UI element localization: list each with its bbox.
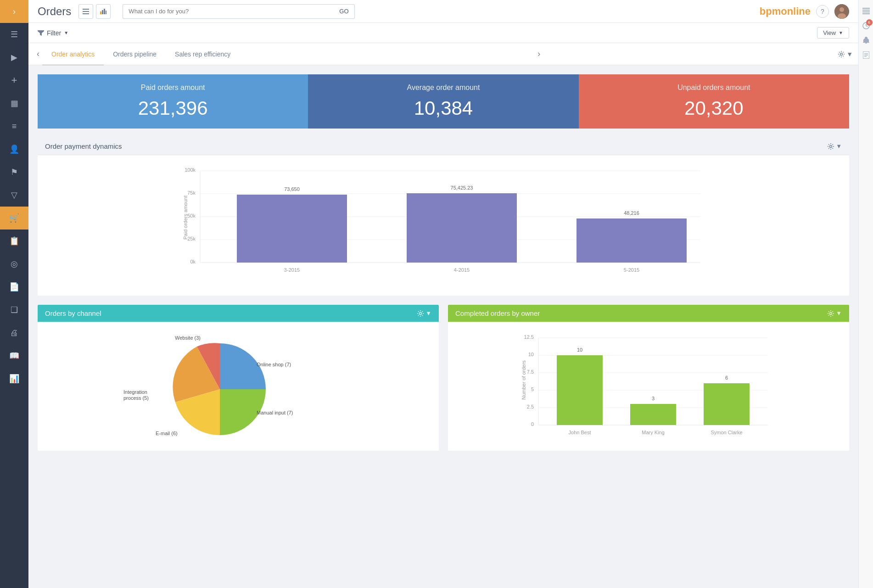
sidebar-flag-icon[interactable]: ⚑ [0,161,28,184]
svg-point-30 [420,312,422,314]
svg-text:Number of orders: Number of orders [521,360,526,400]
notification-badge: 6 [866,19,873,26]
svg-text:5-2015: 5-2015 [624,267,639,273]
svg-text:Mary King: Mary King [642,430,665,435]
tab-settings[interactable]: ▼ [838,50,853,58]
svg-text:0: 0 [531,421,534,427]
right-sidebar: 6 [858,0,873,588]
sidebar-doc-icon[interactable]: 📄 [0,275,28,298]
sidebar-circle-icon[interactable]: ◎ [0,252,28,275]
svg-text:process (5): process (5) [123,395,149,401]
sidebar-users-icon[interactable]: 👤 [0,138,28,161]
logo-text: bpm [760,6,781,17]
orders-by-channel-settings[interactable]: ▼ [417,310,431,317]
completed-orders-title: Completed orders by owner [455,309,540,317]
sidebar-layers-icon[interactable]: ❑ [0,298,28,321]
svg-text:2.5: 2.5 [527,404,534,409]
svg-text:48,216: 48,216 [624,210,639,216]
tab-sales-rep[interactable]: Sales rep efficiency [166,44,240,66]
payment-dynamics-header: Order payment dynamics ▼ [38,138,849,155]
svg-rect-0 [83,9,89,10]
sidebar-list-icon[interactable]: ≡ [0,115,28,138]
svg-text:100k: 100k [185,167,196,173]
svg-text:25k: 25k [187,236,196,241]
sidebar-collapse-btn[interactable]: › [0,0,28,23]
payment-dynamics-chart: 100k 75k 50k 25k 0k 73,650 3-2015 [45,162,842,286]
svg-text:John Best: John Best [569,430,591,435]
sidebar-add-icon[interactable]: + [0,69,28,92]
bar-5-2015 [576,218,687,263]
user-avatar[interactable] [834,4,849,19]
tab-order-analytics[interactable]: Order analytics [42,44,104,66]
sidebar-clipboard-icon[interactable]: 📋 [0,230,28,252]
right-icon-bell[interactable] [860,34,873,47]
search-bar: GO [123,4,750,19]
kpi-unpaid-value: 20,320 [684,97,743,119]
svg-text:10: 10 [528,352,534,357]
completed-orders-settings[interactable]: ▼ [828,310,842,317]
filter-label: Filter [47,29,61,37]
search-go-button[interactable]: GO [334,4,354,19]
svg-point-8 [839,7,844,12]
svg-point-9 [838,13,846,19]
svg-text:73,650: 73,650 [284,186,300,192]
right-icon-table[interactable] [860,5,873,17]
view-dropdown-icon: ▼ [839,30,843,35]
svg-rect-58 [862,8,870,9]
completed-orders-panel: Completed orders by owner ▼ 12.5 10 7.5 … [448,305,849,451]
sidebar-funnel-icon[interactable]: ▽ [0,184,28,207]
right-icon-note[interactable] [860,49,873,62]
svg-text:12.5: 12.5 [524,334,534,340]
tab-next-button[interactable]: › [535,49,543,59]
svg-rect-3 [100,11,101,14]
completed-orders-body: 12.5 10 7.5 5 2.5 0 [448,322,849,451]
right-icon-clock[interactable]: 6 [860,19,873,32]
page-content: Paid orders amount 231,396 Average order… [28,65,858,588]
left-sidebar: › ☰ ▶ + ▦ ≡ 👤 ⚑ ▽ 🛒 📋 ◎ 📄 ❑ 🖨 📖 📊 [0,0,28,588]
header-right: bpmonline ? [760,4,849,19]
tab-settings-dropdown: ▼ [846,50,853,58]
tabs-bar: ‹ Order analytics Orders pipeline Sales … [28,43,858,65]
sub-header: Filter ▼ View ▼ [28,23,858,43]
sidebar-book-icon[interactable]: 📖 [0,344,28,367]
search-input[interactable] [123,4,334,19]
filter-button[interactable]: Filter ▼ [38,29,68,37]
svg-rect-59 [862,10,870,11]
view-button[interactable]: View ▼ [817,27,849,39]
tab-prev-button[interactable]: ‹ [34,49,42,59]
logo-accent: online [781,6,811,17]
kpi-avg-value: 10,384 [414,97,473,119]
payment-dynamics-settings[interactable]: ▼ [828,143,842,150]
sidebar-chart-icon[interactable]: 📊 [0,367,28,390]
chart-view-btn[interactable] [96,4,111,19]
sidebar-play-icon[interactable]: ▶ [0,46,28,69]
svg-point-10 [840,53,843,55]
svg-point-11 [830,145,832,147]
sidebar-dashboard-icon[interactable]: ▦ [0,92,28,115]
svg-text:Manual input (7): Manual input (7) [257,410,293,415]
orders-by-channel-chart: Online shop (7) Manual input (7) E-mail … [45,330,431,449]
bar-symon-clarke [704,383,750,425]
sidebar-menu-icon[interactable]: ☰ [0,23,28,46]
svg-point-37 [830,312,832,314]
main-content: Orders GO bpmonline ? Filter ▼ V [28,0,858,588]
svg-text:0k: 0k [190,259,196,264]
orders-by-channel-body: Online shop (7) Manual input (7) E-mail … [38,322,439,451]
payment-dynamics-body: 100k 75k 50k 25k 0k 73,650 3-2015 [38,155,849,296]
svg-text:7.5: 7.5 [527,369,534,375]
sidebar-print-icon[interactable]: 🖨 [0,321,28,344]
svg-text:50k: 50k [187,213,196,218]
svg-rect-5 [104,9,105,14]
bar-john-best [557,355,603,425]
svg-rect-2 [83,13,89,14]
bar-mary-king [630,404,676,425]
svg-text:3: 3 [652,396,655,401]
svg-text:4-2015: 4-2015 [454,267,470,273]
help-button[interactable]: ? [816,5,829,18]
view-label: View [823,29,836,36]
sidebar-orders-icon[interactable]: 🛒 [0,207,28,230]
list-view-btn[interactable] [78,4,93,19]
svg-rect-60 [862,11,870,12]
tab-orders-pipeline[interactable]: Orders pipeline [104,44,166,66]
kpi-unpaid-orders: Unpaid orders amount 20,320 [579,74,849,129]
